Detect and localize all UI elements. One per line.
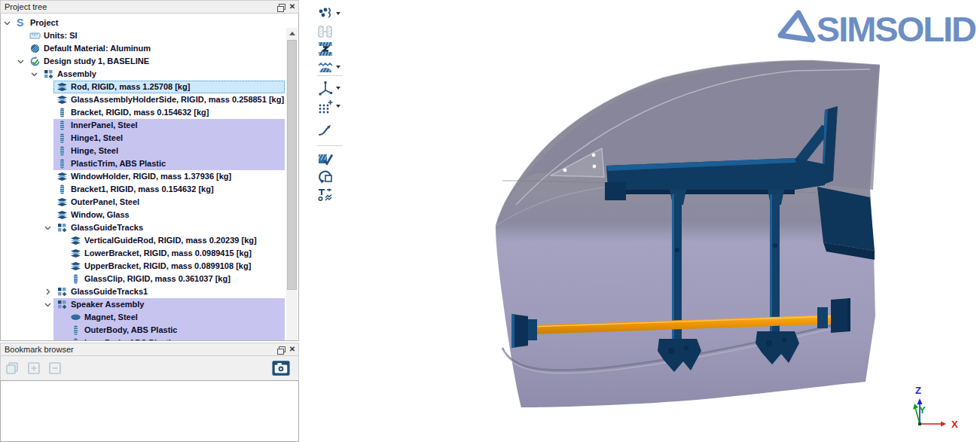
tree-item[interactable]: InnerBody, ABS Plastic [1, 337, 286, 341]
part-bar-icon [56, 133, 68, 144]
toolbar-separator [317, 75, 343, 76]
tree-item[interactable]: Assembly [1, 68, 286, 81]
bookmark-browser-float-button[interactable] [274, 344, 286, 355]
scroll-up-icon[interactable] [286, 28, 298, 38]
triad-origin [918, 422, 921, 425]
assembly-icon [43, 69, 54, 80]
tree-item-label: WindowHolder, RIGID, mass 1.37936 [kg] [71, 170, 231, 183]
part-layers-icon [70, 235, 81, 246]
chevron-down-icon[interactable] [44, 224, 51, 231]
part-bar-icon [70, 273, 81, 285]
door-assembly-model [346, 0, 980, 442]
tree-item[interactable]: Design study 1, BASELINE [1, 55, 286, 68]
tree-item[interactable]: SProject [1, 17, 286, 29]
simsolid-icon: S [16, 17, 27, 29]
dropdown-arrow-icon[interactable] [336, 12, 340, 15]
tree-item[interactable]: GlassClip, RIGID, mass 0.361037 [kg] [1, 273, 286, 285]
tree-item[interactable]: Speaker Assembly [1, 298, 286, 311]
tree-item[interactable]: PlasticTrim, ABS Plastic [1, 157, 286, 170]
tree-item[interactable]: Magnet, Steel [1, 311, 286, 324]
part-bar-icon [56, 107, 68, 118]
tree-item-label: OuterPanel, Steel [71, 196, 139, 209]
tree-item-label: Rod, RIGID, mass 1.25708 [kg] [71, 81, 190, 93]
simsolid-triangle-icon [776, 9, 817, 48]
tree-item-label: Bracket, RIGID, mass 0.154632 [kg] [71, 106, 209, 119]
project-tree-scrollbar[interactable] [286, 28, 298, 341]
bookmark-browser-close-button[interactable]: ✕ [286, 344, 298, 355]
tree-item[interactable]: WindowHolder, RIGID, mass 1.37936 [kg] [1, 170, 286, 183]
connections-toolbar [316, 0, 346, 442]
bookmark-toolbar [0, 356, 299, 380]
bolt-nut-connection-button[interactable] [317, 40, 344, 58]
simsolid-logo: SIMSOLID [776, 9, 975, 48]
close-icon: ✕ [289, 3, 295, 11]
coordinate-triad: X Z Y [906, 382, 966, 436]
part-bar-icon [70, 337, 81, 341]
close-icon: ✕ [289, 346, 295, 353]
tree-item-label: VerticalGuideRod, RIGID, mass 0.20239 [k… [84, 234, 257, 247]
remote-points-button[interactable] [317, 79, 344, 97]
tree-item-label: Project [30, 17, 58, 29]
tree-item-label: GlassGuideTracks1 [71, 285, 148, 298]
viewport-3d[interactable]: SIMSOLID [346, 0, 980, 442]
part-layers-icon [56, 209, 68, 221]
add-bookmark-button [25, 359, 43, 377]
tree-item[interactable]: Window, Glass [1, 209, 286, 221]
chevron-down-icon[interactable] [31, 71, 38, 78]
capture-bookmark-camera-button[interactable] [272, 359, 290, 377]
remove-bookmark-button [46, 359, 64, 377]
tree-item[interactable]: Hinge, Steel [1, 145, 286, 157]
tree-item[interactable]: LowerBracket, RIGID, mass 0.0989415 [kg] [1, 247, 286, 260]
y-axis-label: Y [919, 404, 926, 416]
tree-item[interactable]: Rod, RIGID, mass 1.25708 [kg] [1, 81, 286, 93]
tree-item[interactable]: OuterPanel, Steel [1, 196, 286, 209]
dropdown-arrow-icon[interactable] [336, 66, 340, 69]
tree-item[interactable]: InnerPanel, Steel [1, 119, 286, 132]
tree-item[interactable]: Bracket1, RIGID, mass 0.154632 [kg] [1, 183, 286, 196]
tree-item[interactable]: VerticalGuideRod, RIGID, mass 0.20239 [k… [1, 234, 286, 247]
design-study-icon [29, 56, 41, 67]
row-highlight [53, 29, 285, 42]
seam-weld-button[interactable] [317, 58, 344, 76]
x-axis-label: X [951, 419, 958, 430]
tree-item[interactable]: UpperBracket, RIGID, mass 0.0899108 [kg] [1, 260, 286, 273]
tree-item[interactable]: Units: SI [1, 29, 286, 42]
tree-item-label: OuterBody, ABS Plastic [84, 324, 177, 337]
tree-item[interactable]: Default Material: Aluminum [1, 42, 286, 55]
tree-item[interactable]: GlassGuideTracks [1, 221, 286, 234]
bookmark-list[interactable] [0, 380, 299, 442]
tree-item-label: Hinge, Steel [71, 145, 118, 157]
part-layers-icon [70, 248, 81, 259]
tree-item-label: LowerBracket, RIGID, mass 0.0989415 [kg] [84, 247, 252, 260]
part-bar-icon [70, 325, 81, 336]
chevron-down-icon[interactable] [17, 58, 24, 65]
fastener-settings-button[interactable] [317, 185, 344, 203]
tree-item[interactable]: GlassGuideTracks1 [1, 285, 286, 298]
project-tree-float-button[interactable] [274, 2, 286, 12]
material-icon [29, 43, 41, 54]
chevron-down-icon[interactable] [44, 301, 51, 308]
tree-item-label: InnerBody, ABS Plastic [84, 337, 176, 341]
tree-item[interactable]: GlassAssemblyHolderSide, RIGID, mass 0.2… [1, 93, 286, 106]
part-layers-icon [56, 81, 68, 93]
scrollbar-thumb[interactable] [287, 40, 297, 290]
tree-item-label: Default Material: Aluminum [44, 42, 151, 55]
spot-connections-button[interactable] [317, 5, 344, 23]
left-dock: Project tree ✕ SProjectUnits: SIDefault … [0, 0, 299, 442]
tree-item[interactable]: Bracket, RIGID, mass 0.154632 [kg] [1, 106, 286, 119]
review-connections-button[interactable] [317, 150, 344, 168]
row-highlight [53, 17, 285, 29]
tree-item[interactable]: Hinge1, Steel [1, 132, 286, 145]
tree-item-label: Window, Glass [71, 209, 130, 221]
spline-curve-button[interactable] [317, 121, 344, 139]
dropdown-arrow-icon[interactable] [336, 105, 340, 108]
svg-text:S: S [17, 17, 23, 29]
project-tree-close-button[interactable]: ✕ [286, 2, 298, 12]
rotate-body-button[interactable] [317, 168, 344, 186]
tree-item-label: Magnet, Steel [84, 311, 138, 324]
tree-item[interactable]: OuterBody, ABS Plastic [1, 324, 286, 337]
chevron-right-icon[interactable] [44, 288, 51, 295]
point-grid-button[interactable] [317, 97, 344, 115]
dropdown-arrow-icon[interactable] [336, 87, 340, 90]
chevron-down-icon[interactable] [4, 20, 11, 26]
